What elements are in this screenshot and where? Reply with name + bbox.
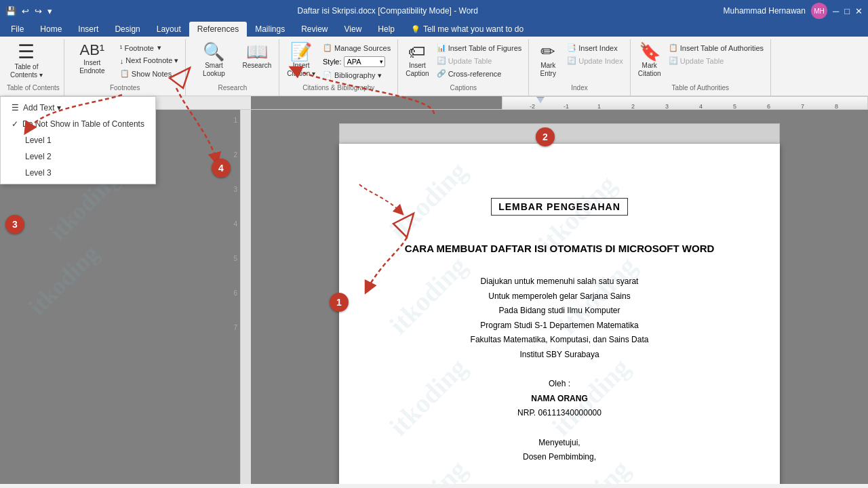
tab-view[interactable]: View (336, 22, 370, 37)
dropdown-level2[interactable]: Level 2 (1, 148, 155, 165)
doc-subtitle: CARA MEMBUAT DAFTAR ISI OTOMATIS DI MICR… (380, 243, 739, 254)
add-text-label: Add Text ▾ (23, 103, 61, 113)
tab-design[interactable]: Design (106, 22, 148, 37)
style-select[interactable]: APA MLA Chicago (344, 56, 385, 67)
ribbon-group-index: ✏ MarkEntry 📑 Insert Index 🔄 Update Inde… (529, 39, 630, 96)
footnote-button[interactable]: ¹ Footnote ▾ (117, 42, 182, 54)
manage-sources-icon: 📋 (323, 43, 332, 52)
customize-icon[interactable]: ▾ (47, 6, 52, 16)
annotation-4: 4 (212, 159, 231, 178)
cross-reference-button[interactable]: 🔗 Cross-reference (434, 68, 525, 79)
ribbon-tab-bar: File Home Insert Design Layout Reference… (0, 22, 868, 37)
insert-tof-icon: 📊 (437, 43, 446, 52)
tab-mailings[interactable]: Mailings (247, 22, 293, 37)
bibliography-icon: 📄 (323, 71, 332, 80)
page-header-strip (339, 123, 780, 144)
ribbon-group-research: 🔍 Smart Lookup 📖 Research Research (186, 39, 279, 96)
table-of-contents-button[interactable]: ☰ Table ofContents ▾ (7, 41, 46, 81)
research-buttons: 🔍 Smart Lookup 📖 Research (190, 39, 275, 83)
dropdown-level1[interactable]: Level 1 (1, 132, 155, 148)
body-line-1: Diajukan untuk memenuhi salah satu syara… (380, 274, 739, 289)
mark-citation-button[interactable]: 🔖 MarkCitation (635, 41, 665, 80)
dropdown-do-not-show[interactable]: ✓ Do Not Show in Table of Contents (1, 116, 155, 132)
tab-file[interactable]: File (3, 22, 32, 37)
user-info: Muhammad Hernawan MH ─ □ ✕ (724, 3, 863, 19)
update-table-icon: 🔄 (437, 56, 446, 65)
undo-icon[interactable]: ↩ (22, 6, 29, 16)
mark-citation-label: MarkCitation (638, 62, 661, 78)
smart-lookup-label: Smart Lookup (193, 62, 234, 78)
dropdown-add-text[interactable]: ☰ Add Text ▾ (1, 100, 155, 116)
mark-entry-button[interactable]: ✏ MarkEntry (533, 41, 563, 80)
body-line-3: Pada Bidang studi Ilmu Komputer (380, 304, 739, 319)
annotation-2: 2 (536, 127, 555, 146)
tab-insert[interactable]: Insert (70, 22, 106, 37)
restore-icon[interactable]: □ (844, 6, 850, 16)
tab-references[interactable]: References (189, 22, 247, 37)
update-toa-icon: 🔄 (669, 56, 678, 65)
toc-label: Table ofContents ▾ (10, 63, 43, 79)
researcher-button[interactable]: 📖 Research (239, 41, 275, 72)
citations-group-label: Citations & Bibliography (283, 84, 393, 93)
body-menyetujui: Menyetujui, (380, 436, 739, 451)
avatar: MH (811, 3, 827, 19)
do-not-show-label: Do Not Show in Table of Contents (22, 119, 144, 129)
close-icon[interactable]: ✕ (855, 6, 863, 16)
tab-layout[interactable]: Layout (149, 22, 189, 37)
insert-index-button[interactable]: 📑 Insert Index (564, 42, 625, 54)
redo-icon[interactable]: ↪ (35, 6, 42, 16)
tab-home[interactable]: Home (32, 22, 70, 37)
body-line-2: Untuk memperoleh gelar Sarjana Sains (380, 289, 739, 304)
doc-body: Diajukan untuk memenuhi salah satu syara… (380, 274, 739, 465)
dropdown-level3[interactable]: Level 3 (1, 165, 155, 181)
doc-content: LEMBAR PENGESAHAN CARA MEMBU (380, 198, 739, 465)
insert-table-authorities-button[interactable]: 📋 Insert Table of Authorities (666, 42, 766, 54)
mark-entry-label: MarkEntry (540, 62, 556, 78)
add-text-icon: ☰ (12, 103, 19, 113)
body-line-5: Fakultas Matematika, Komputasi, dan Sain… (380, 333, 739, 348)
citations-buttons: 📝 InsertCitation ▾ 📋 Manage Sources Styl… (283, 39, 393, 83)
insert-endnote-button[interactable]: AB¹ Insert Endnote (68, 41, 116, 77)
minimize-icon[interactable]: ─ (833, 6, 839, 16)
research-group-label: Research (190, 84, 275, 93)
smart-lookup-icon: 🔍 (203, 43, 224, 60)
manage-sources-button[interactable]: 📋 Manage Sources (320, 42, 393, 54)
document-area[interactable]: 2 itkoding itkoding itkoding itkoding it… (251, 110, 868, 484)
insert-index-icon: 📑 (567, 43, 576, 52)
toc-icon: ☰ (18, 43, 35, 62)
tab-tell-me[interactable]: 💡 Tell me what you want to do (403, 22, 532, 37)
toc-group-label: Table of Contents (7, 84, 60, 93)
body-oleh: Oleh : (380, 377, 739, 392)
bibliography-button[interactable]: 📄 Bibliography ▾ (320, 70, 393, 81)
insert-table-of-figures-button[interactable]: 📊 Insert Table of Figures (434, 42, 525, 54)
insert-endnote-icon: AB¹ (79, 43, 104, 58)
footnotes-group-label: Footnotes (68, 84, 182, 93)
insert-caption-button[interactable]: 🏷 InsertCaption (402, 41, 432, 80)
ribbon-group-authorities: 🔖 MarkCitation 📋 Insert Table of Authori… (631, 39, 771, 96)
next-footnote-button[interactable]: ↓ Next Footnote ▾ (117, 55, 182, 66)
horizontal-ruler: -2 -1 1 2 3 4 5 6 7 8 9 10 11 12 (502, 96, 868, 110)
cross-reference-icon: 🔗 (437, 69, 446, 78)
tab-review[interactable]: Review (293, 22, 336, 37)
body-name: NAMA ORANG (380, 392, 739, 407)
update-table-button[interactable]: 🔄 Update Table (434, 55, 525, 66)
document-page[interactable]: itkoding itkoding itkoding itkoding itko… (339, 144, 780, 484)
show-notes-button[interactable]: 📋 Show Notes (117, 68, 182, 79)
save-icon[interactable]: 💾 (5, 6, 16, 16)
insert-caption-label: InsertCaption (406, 62, 429, 78)
body-line-6: Institut SBY Surabaya (380, 348, 739, 363)
arrow-svg-title (339, 178, 420, 218)
insert-citation-button[interactable]: 📝 InsertCitation ▾ (283, 41, 319, 80)
footnotes-buttons: AB¹ Insert Endnote ¹ Footnote ▾ ↓ Next F… (68, 39, 182, 83)
toc-buttons: ☰ Table ofContents ▾ (7, 39, 46, 83)
authorities-buttons: 🔖 MarkCitation 📋 Insert Table of Authori… (635, 39, 766, 83)
update-table-auth-button[interactable]: 🔄 Update Table (666, 55, 766, 66)
tab-help[interactable]: Help (370, 22, 403, 37)
smart-lookup-button[interactable]: 🔍 Smart Lookup (190, 41, 237, 80)
ribbon-group-captions: 🏷 InsertCaption 📊 Insert Table of Figure… (398, 39, 529, 96)
title-bar: 💾 ↩ ↪ ▾ Daftar isi Skripsi.docx [Compati… (0, 0, 868, 22)
update-index-button[interactable]: 🔄 Update Index (564, 55, 625, 66)
insert-caption-icon: 🏷 (408, 43, 426, 60)
toc-dropdown-menu: ☰ Add Text ▾ ✓ Do Not Show in Table of C… (0, 96, 156, 184)
researcher-label: Research (242, 62, 271, 70)
